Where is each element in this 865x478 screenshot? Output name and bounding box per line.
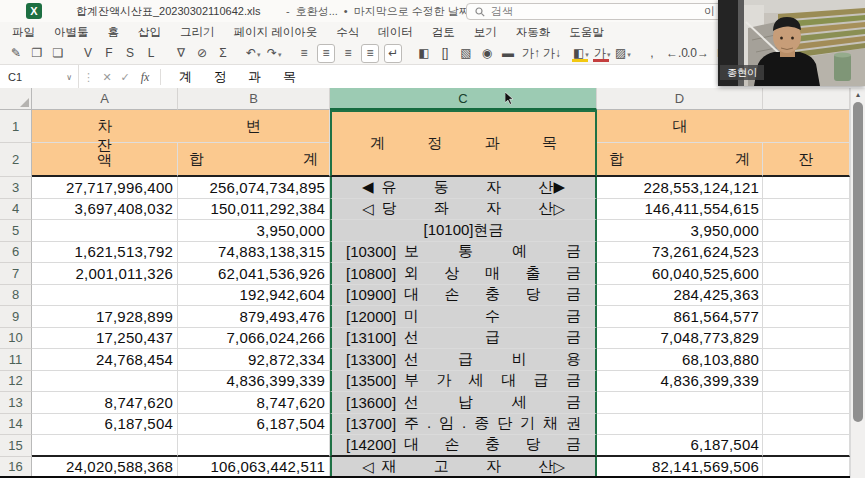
row-header-6[interactable]: 6 [0, 242, 32, 264]
brackets-icon[interactable]: [] [437, 45, 453, 62]
cell-A5[interactable] [32, 220, 178, 242]
row-header-5[interactable]: 5 [0, 220, 32, 242]
excel-app-icon[interactable]: X [26, 3, 42, 19]
cell-E10[interactable] [763, 328, 850, 350]
cell-B13[interactable]: 8,747,620 [178, 392, 330, 414]
cell-A4[interactable]: 3,697,408,032 [32, 199, 178, 221]
align-right-icon[interactable]: ≡ [340, 45, 356, 62]
cell-B12[interactable]: 4,836,399,339 [178, 371, 330, 393]
cell-B6[interactable]: 74,883,138,315 [178, 242, 330, 264]
macro-l-button[interactable]: L [143, 45, 159, 62]
cancel-icon[interactable]: ✕ [98, 71, 116, 84]
name-box-chevron-icon[interactable]: ∨ [66, 73, 72, 82]
redo-icon[interactable]: ↷▾ [266, 45, 282, 62]
cell-D4[interactable]: 146,411,554,615 [597, 199, 763, 221]
paste-icon[interactable]: ❏ [50, 45, 66, 62]
diagonal-chart-icon[interactable]: ▧ [458, 45, 474, 62]
cell-A8[interactable] [32, 285, 178, 307]
ribbon-tab-10[interactable]: 자동화 [516, 25, 551, 40]
font-color-icon[interactable]: 가▾ [593, 45, 609, 62]
dropdown-caret-icon[interactable]: ▾ [627, 51, 631, 58]
cell-A15[interactable] [32, 435, 178, 457]
cell-D12[interactable]: 4,836,399,339 [597, 371, 763, 393]
cell-D3[interactable]: 228,553,124,121 [597, 177, 763, 199]
justify-icon[interactable]: ≡ [361, 44, 379, 63]
copy-icon[interactable]: ❐ [29, 45, 45, 62]
comma-style-icon[interactable]: , [644, 45, 660, 62]
column-header-B[interactable]: B [178, 88, 330, 110]
enter-icon[interactable]: ✓ [116, 71, 134, 84]
cell-E8[interactable] [763, 285, 850, 307]
row-header-12[interactable]: 12 [0, 371, 32, 393]
align-left-icon[interactable]: ≡ [296, 45, 312, 62]
insert-function-icon[interactable]: fx [134, 70, 156, 85]
row-header-14[interactable]: 14 [0, 414, 32, 436]
cell-C14[interactable]: [13700]주.임.종단기채권 [330, 414, 597, 436]
formula-input[interactable]: 계 정 과 목 [165, 68, 296, 86]
cell-C11[interactable]: [13300]선급비용 [330, 349, 597, 371]
ribbon-tab-1[interactable]: 아별툴 [54, 25, 89, 40]
cell-D11[interactable]: 68,103,880 [597, 349, 763, 371]
compatibility-mode-label[interactable]: 호환성... [296, 4, 338, 19]
cell-D15[interactable]: 6,187,504 [597, 435, 763, 457]
cell-B4[interactable]: 150,011,292,384 [178, 199, 330, 221]
row-header-9[interactable]: 9 [0, 306, 32, 328]
align-center-icon[interactable]: ≡ [317, 44, 335, 63]
cell-A6[interactable]: 1,621,513,792 [32, 242, 178, 264]
cell-C7[interactable]: [10800]외상매출금 [330, 263, 597, 285]
cell-B8[interactable]: 192,942,604 [178, 285, 330, 307]
cell-C1-account-title-header[interactable]: 계 정 과 목 [330, 110, 597, 177]
cell-C5[interactable]: [10100]현금 [330, 220, 597, 242]
cell-E7[interactable] [763, 263, 850, 285]
cell-A2-balance-header[interactable]: 잔 액 [32, 143, 178, 177]
cell-B16[interactable]: 106,063,442,511 [178, 457, 330, 478]
cell-A14[interactable]: 6,187,504 [32, 414, 178, 436]
cell-E15[interactable] [763, 435, 850, 457]
scrollbar-thumb[interactable] [853, 102, 863, 422]
cell-A13[interactable]: 8,747,620 [32, 392, 178, 414]
cell-C4[interactable]: ◁당좌자산▷ [330, 199, 597, 221]
dropdown-caret-icon[interactable]: ▾ [607, 51, 611, 58]
name-box[interactable]: C1 ∨ [0, 65, 79, 89]
ribbon-tab-6[interactable]: 수식 [336, 25, 359, 40]
cell-A10[interactable]: 17,250,437 [32, 328, 178, 350]
vertical-scrollbar[interactable]: ▴ [850, 88, 865, 478]
row-header-3[interactable]: 3 [0, 177, 32, 199]
cell-D2-total-header[interactable]: 합 계 [597, 143, 763, 177]
font-smaller-icon[interactable]: 가↓ [542, 45, 558, 62]
cell-C12[interactable]: [13500]부가세대급금 [330, 371, 597, 393]
row-header-1[interactable]: 1 [0, 110, 32, 143]
cell-C6[interactable]: [10300]보통예금 [330, 242, 597, 264]
cell-B3[interactable]: 256,074,734,895 [178, 177, 330, 199]
cell-E11[interactable] [763, 349, 850, 371]
dropdown-caret-icon[interactable]: ▾ [257, 51, 261, 58]
cell-B2-total-header[interactable]: 합 계 [178, 143, 330, 177]
select-all-button[interactable] [0, 88, 32, 110]
cell-D1-credit-header[interactable]: 대 [597, 110, 850, 143]
cell-E5[interactable] [763, 220, 850, 242]
cell-E14[interactable] [763, 414, 850, 436]
cell-C15[interactable]: [14200]대손충당금 [330, 435, 597, 457]
search-box[interactable]: 검색 [466, 3, 724, 20]
row-header-13[interactable]: 13 [0, 392, 32, 414]
ribbon-tab-2[interactable]: 홈 [108, 25, 120, 40]
cell-D7[interactable]: 60,040,525,600 [597, 263, 763, 285]
row-header-16[interactable]: 16 [0, 457, 32, 478]
ribbon-tab-9[interactable]: 보기 [474, 25, 497, 40]
cell-C13[interactable]: [13600]선납세금 [330, 392, 597, 414]
ribbon-tab-8[interactable]: 검토 [432, 25, 455, 40]
cell-C9[interactable]: [12000]미수금 [330, 306, 597, 328]
format-painter-icon[interactable]: ✎ [8, 45, 24, 62]
cell-E2-balance-header[interactable]: 잔 [763, 143, 850, 177]
dropdown-caret-icon[interactable]: ▾ [278, 51, 282, 58]
ribbon-tab-4[interactable]: 그리기 [180, 25, 215, 40]
macro-s-button[interactable]: S [122, 45, 138, 62]
cell-D9[interactable]: 861,564,577 [597, 306, 763, 328]
circle-icon[interactable]: ◉ [479, 45, 495, 62]
dropdown-caret-icon[interactable]: ▾ [585, 51, 589, 58]
cell-B9[interactable]: 879,493,476 [178, 306, 330, 328]
cell-E9[interactable] [763, 306, 850, 328]
ribbon-tab-11[interactable]: 도움말 [569, 25, 604, 40]
cell-D6[interactable]: 73,261,624,523 [597, 242, 763, 264]
contrast-icon[interactable]: ◧ [416, 45, 432, 62]
